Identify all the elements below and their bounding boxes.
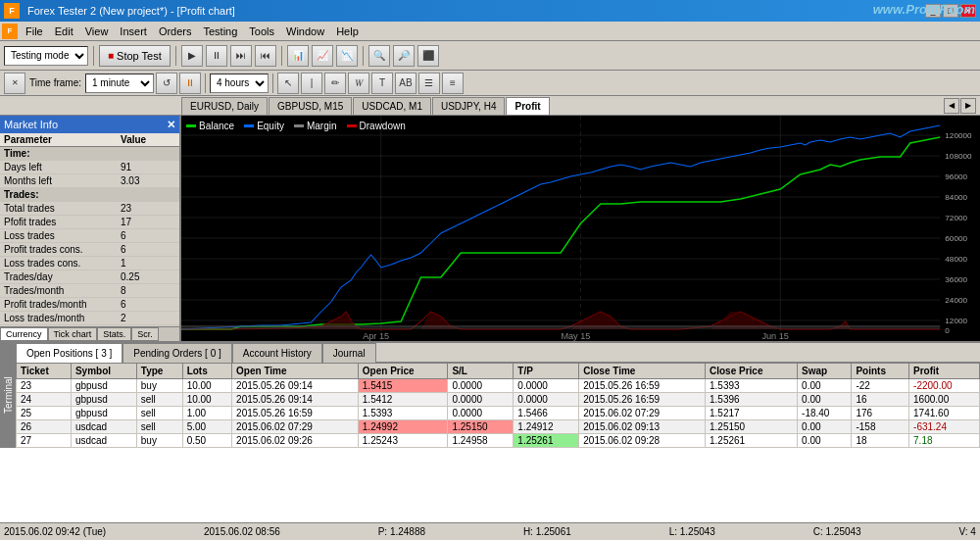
menu-insert[interactable]: Insert: [114, 24, 153, 39]
toolbar-btn-5[interactable]: 📊: [287, 45, 309, 67]
value-header: Value: [117, 133, 179, 147]
tab-pending-orders[interactable]: Pending Orders [ 0 ]: [122, 343, 232, 363]
market-value: 0.25: [117, 270, 179, 284]
toolbar-btn-6[interactable]: 📈: [312, 45, 333, 67]
menu-view[interactable]: View: [79, 24, 115, 39]
market-value: 23: [117, 202, 179, 216]
toolbar-btn-1[interactable]: ▶: [181, 45, 203, 67]
toolbar-btn-2[interactable]: ⏸: [206, 45, 227, 67]
trade-cell: 2015.05.26 09:14: [232, 379, 359, 393]
trade-cell: 1600.00: [909, 393, 980, 407]
pause-btn[interactable]: ⏸: [179, 73, 201, 94]
trade-cell: 1.5412: [358, 393, 448, 407]
menu-window[interactable]: Window: [280, 24, 330, 39]
trade-cell: 7.18: [909, 434, 980, 448]
panel-tab-scr[interactable]: Scr.: [131, 327, 159, 341]
chart-nav-prev[interactable]: ◀: [944, 98, 959, 114]
status-h: H: 1.25061: [523, 526, 571, 537]
trade-cell: 0.00: [798, 379, 852, 393]
toolbar2-btn-3[interactable]: ↖: [277, 73, 299, 94]
toolbar-btn-8[interactable]: 🔍: [368, 45, 390, 67]
trade-cell: -22: [852, 379, 909, 393]
stop-icon: ■: [108, 50, 114, 61]
toolbar2-btn-10[interactable]: ≡: [442, 73, 464, 94]
toolbar2-btn-7[interactable]: T: [371, 73, 393, 94]
market-info-panel: Market Info ✕ Parameter Value Time:Days …: [0, 116, 181, 341]
trade-cell: 1.24992: [358, 420, 448, 434]
toolbar-btn-4[interactable]: ⏮: [255, 45, 276, 67]
status-opentime: 2015.06.02 08:56: [204, 526, 280, 537]
trade-row: 26usdcadsell5.002015.06.02 07:291.249921…: [17, 420, 980, 434]
toolbar2-btn-1[interactable]: ✕: [4, 73, 25, 94]
toolbar2-btn-4[interactable]: |: [301, 73, 322, 94]
toolbar2-btn-2[interactable]: ↺: [156, 73, 177, 94]
trade-cell: gbpusd: [71, 393, 136, 407]
panel-close-button[interactable]: ✕: [167, 119, 175, 131]
market-row: Pfofit trades17: [0, 216, 179, 229]
tab-journal[interactable]: Journal: [322, 343, 376, 363]
toolbar2-btn-9[interactable]: ☰: [418, 73, 440, 94]
minute-select[interactable]: 1 minute: [85, 74, 154, 93]
trade-cell: 2015.06.02 09:26: [232, 434, 359, 448]
menu-orders[interactable]: Orders: [153, 24, 198, 39]
market-info-table: Parameter Value Time:Days left91Months l…: [0, 133, 179, 326]
toolbar2-btn-6[interactable]: 𝑊: [348, 73, 369, 94]
trade-cell: 5.00: [182, 420, 231, 434]
chart-tabs-bar: EURUSD, Daily GBPUSD, M15 USDCAD, M1 USD…: [0, 96, 980, 116]
chart-tab-usdcad[interactable]: USDCAD, M1: [353, 97, 431, 115]
menu-logo: F: [2, 24, 18, 39]
legend-balance: Balance: [186, 121, 234, 131]
toolbar2-btn-5[interactable]: ✏: [324, 73, 346, 94]
chart-tab-profit[interactable]: Profit: [506, 97, 549, 115]
trades-area: Terminal Open Positions [ 3 ] Pending Or…: [0, 341, 980, 522]
menu-tools[interactable]: Tools: [243, 24, 280, 39]
menu-testing[interactable]: Testing: [198, 24, 244, 39]
legend-drawdown: Drawdown: [347, 121, 406, 131]
market-value: 1: [117, 257, 179, 270]
chart-tab-eurusd[interactable]: EURUSD, Daily: [181, 97, 268, 115]
trade-cell: 1.5415: [358, 379, 448, 393]
col-opentime: Open Time: [232, 364, 359, 379]
menu-file[interactable]: File: [20, 24, 49, 39]
trade-cell: 1.5393: [358, 407, 448, 420]
market-value: [117, 147, 179, 161]
col-profit: Profit: [909, 364, 980, 379]
panel-tab-tickchart[interactable]: Tick chart: [48, 327, 98, 341]
tab-account-history[interactable]: Account History: [232, 343, 322, 363]
market-row: Trades/day0.25: [0, 270, 179, 284]
trade-cell: 26: [17, 420, 72, 434]
col-sl: S/L: [448, 364, 514, 379]
trade-row: 24gbpusdsell10.002015.05.26 09:141.54120…: [17, 393, 980, 407]
trade-cell: -18.40: [798, 407, 852, 420]
mode-select[interactable]: Testing mode: [4, 46, 88, 66]
app-logo: F: [4, 3, 20, 19]
chart-nav-next[interactable]: ▶: [960, 98, 976, 114]
toolbar-btn-3[interactable]: ⏭: [230, 45, 252, 67]
watermark: www.ProfitF.com: [873, 2, 975, 17]
col-points: Points: [852, 364, 909, 379]
margin-dot: [294, 124, 304, 127]
market-param: Loss trades cons.: [0, 257, 117, 270]
menu-help[interactable]: Help: [330, 24, 365, 39]
tab-open-positions[interactable]: Open Positions [ 3 ]: [16, 343, 122, 363]
chart-tab-usdjpy[interactable]: USDJPY, H4: [432, 97, 506, 115]
profit-chart[interactable]: Balance Equity Margin Drawdown: [181, 116, 980, 341]
toolbar-btn-10[interactable]: ⬛: [417, 45, 439, 67]
chart-tab-gbpusd[interactable]: GBPUSD, M15: [269, 97, 352, 115]
market-row: Days left91: [0, 161, 179, 174]
trade-cell: 0.0000: [514, 379, 579, 393]
panel-tab-currency[interactable]: Currency: [0, 327, 48, 341]
svg-text:Jun 15: Jun 15: [761, 331, 789, 341]
toolbar2-btn-8[interactable]: AB: [395, 73, 416, 94]
status-bar: 2015.06.02 09:42 (Tue) 2015.06.02 08:56 …: [0, 522, 980, 540]
toolbar-btn-7[interactable]: 📉: [336, 45, 358, 67]
menu-edit[interactable]: Edit: [49, 24, 79, 39]
panel-tab-stats[interactable]: Stats.: [97, 327, 131, 341]
toolbar-btn-9[interactable]: 🔎: [393, 45, 415, 67]
stop-test-button[interactable]: ■ Stop Test: [99, 45, 171, 67]
trade-cell: usdcad: [71, 420, 136, 434]
trade-cell: 2015.06.02 09:13: [579, 420, 706, 434]
hours-select[interactable]: 4 hours: [210, 74, 269, 93]
trades-table-wrapper[interactable]: Ticket Symbol Type Lots Open Time Open P…: [16, 363, 980, 448]
trade-cell: 1.25150: [448, 420, 514, 434]
